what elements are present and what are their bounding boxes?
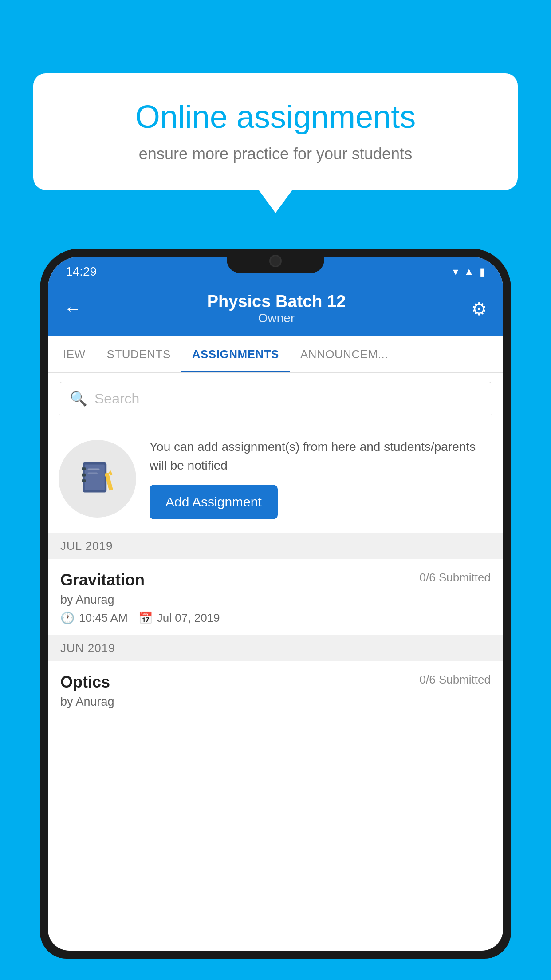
battery-icon: ▮ (480, 265, 485, 278)
assignment-banner-text: You can add assignment(s) from here and … (150, 438, 492, 475)
assignment-name-optics: Optics (60, 673, 110, 692)
phone-camera (269, 255, 282, 267)
phone-notch (227, 249, 324, 273)
status-icons: ▾ ▲ ▮ (453, 265, 485, 278)
svg-rect-5 (87, 469, 99, 471)
month-header-jul: JUL 2019 (48, 533, 503, 559)
speech-bubble-subtitle: ensure more practice for your students (60, 145, 491, 163)
phone-frame: 14:29 ▾ ▲ ▮ ← Physics Batch 12 Owner ⚙ I… (40, 249, 511, 980)
svg-rect-3 (82, 474, 86, 477)
notebook-icon (78, 458, 118, 498)
tab-assignments[interactable]: ASSIGNMENTS (181, 336, 290, 372)
search-icon: 🔍 (70, 390, 87, 407)
assignment-by: by Anurag (60, 593, 491, 607)
assignment-by-optics: by Anurag (60, 695, 491, 709)
month-header-jun: JUN 2019 (48, 635, 503, 661)
search-container: 🔍 Search (48, 373, 503, 424)
assignment-submitted: 0/6 Submitted (420, 571, 491, 585)
assignment-submitted-optics: 0/6 Submitted (420, 673, 491, 687)
tabs-bar: IEW STUDENTS ASSIGNMENTS ANNOUNCEM... (48, 336, 503, 373)
assignment-item-top: Gravitation 0/6 Submitted (60, 571, 491, 589)
tab-students[interactable]: STUDENTS (96, 336, 181, 372)
tab-announcements[interactable]: ANNOUNCEM... (290, 336, 399, 372)
tab-iew[interactable]: IEW (52, 336, 96, 372)
assignment-date: 📅 Jul 07, 2019 (138, 611, 220, 625)
add-assignment-button[interactable]: Add Assignment (150, 485, 278, 519)
status-time: 14:29 (66, 265, 97, 279)
svg-rect-6 (87, 473, 98, 475)
wifi-icon: ▾ (453, 265, 458, 278)
signal-icon: ▲ (464, 265, 474, 278)
header-subtitle: Owner (207, 311, 346, 325)
app-header: ← Physics Batch 12 Owner ⚙ (48, 284, 503, 336)
assignment-item-gravitation[interactable]: Gravitation 0/6 Submitted by Anurag 🕐 10… (48, 559, 503, 635)
search-placeholder: Search (94, 391, 139, 407)
speech-bubble: Online assignments ensure more practice … (33, 73, 518, 190)
assignment-time: 🕐 10:45 AM (60, 611, 128, 625)
back-button[interactable]: ← (64, 299, 82, 319)
svg-rect-4 (82, 479, 86, 482)
calendar-icon: 📅 (138, 611, 153, 625)
clock-icon: 🕐 (60, 611, 75, 625)
assignment-item-optics[interactable]: Optics 0/6 Submitted by Anurag (48, 661, 503, 723)
header-center: Physics Batch 12 Owner (207, 292, 346, 325)
phone-screen: 14:29 ▾ ▲ ▮ ← Physics Batch 12 Owner ⚙ I… (48, 257, 503, 951)
svg-marker-8 (108, 470, 112, 475)
speech-bubble-title: Online assignments (60, 98, 491, 136)
svg-rect-2 (82, 467, 86, 470)
header-title: Physics Batch 12 (207, 292, 346, 311)
phone-outer: 14:29 ▾ ▲ ▮ ← Physics Batch 12 Owner ⚙ I… (40, 249, 511, 959)
settings-button[interactable]: ⚙ (471, 299, 487, 319)
add-assignment-banner: You can add assignment(s) from here and … (48, 424, 503, 533)
assignment-icon-circle (59, 440, 136, 518)
assignment-item-top-optics: Optics 0/6 Submitted (60, 673, 491, 692)
assignment-banner-right: You can add assignment(s) from here and … (150, 438, 492, 519)
search-bar[interactable]: 🔍 Search (59, 382, 492, 415)
svg-rect-1 (84, 465, 104, 491)
assignment-meta: 🕐 10:45 AM 📅 Jul 07, 2019 (60, 611, 491, 625)
assignment-name: Gravitation (60, 571, 145, 589)
speech-bubble-wrapper: Online assignments ensure more practice … (33, 73, 518, 190)
